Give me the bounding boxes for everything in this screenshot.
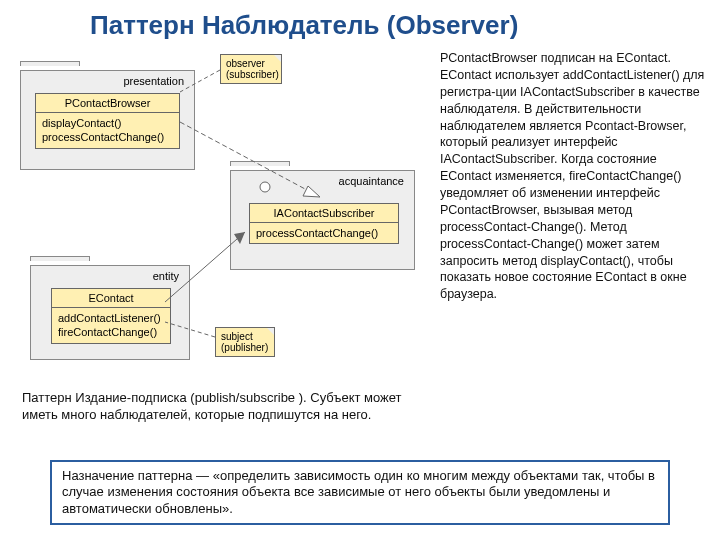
uml-diagram: presentation PContactBrowser displayCont… [20, 52, 430, 392]
purpose-box: Назначение паттерна — «определить зависи… [50, 460, 670, 525]
svg-line-1 [180, 122, 320, 197]
connectors [20, 52, 430, 392]
caption-text: Паттерн Издание-подписка (publish/subscr… [22, 390, 432, 424]
svg-line-0 [180, 70, 220, 92]
description-text: PContactBrowser подписан на EContact. EC… [440, 50, 710, 303]
svg-line-4 [165, 232, 245, 302]
svg-marker-2 [303, 186, 320, 197]
svg-point-3 [260, 182, 270, 192]
svg-marker-5 [234, 232, 245, 244]
page-title: Паттерн Наблюдатель (Observer) [90, 10, 518, 41]
svg-line-6 [165, 322, 215, 337]
